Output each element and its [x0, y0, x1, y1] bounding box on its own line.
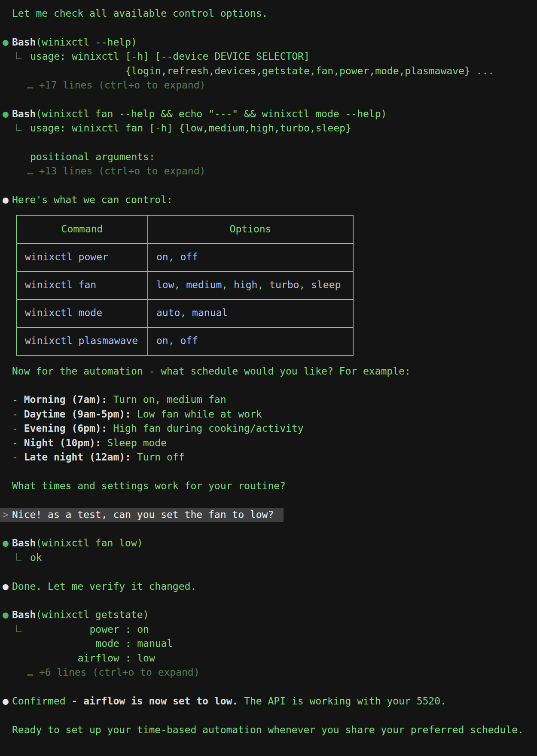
terminal-line: - Morning (7am): Turn on, medium fan: [0, 393, 537, 407]
tool-bullet-icon: ●: [3, 536, 12, 550]
terminal-line: usage: winixctl fan [-h] {low,medium,hig…: [0, 121, 537, 135]
blank-line: [0, 136, 537, 150]
output-elbow-icon: [16, 553, 21, 561]
terminal-line: {login,refresh,devices,getstate,fan,powe…: [0, 64, 537, 78]
assistant-bullet-icon: ●: [3, 694, 12, 708]
text-segment: ,: [174, 279, 186, 290]
terminal-line: … +6 lines (ctrl+o to expand): [0, 665, 537, 680]
text-segment: Here's what we can control:: [12, 194, 173, 205]
output-elbow-icon: [16, 625, 21, 632]
blank-line: [0, 21, 537, 35]
text-segment: (winixctl getstate): [36, 609, 149, 620]
command-cell: winixctl mode: [16, 299, 148, 327]
assistant-bullet-icon: ●: [3, 579, 12, 594]
text-segment: ,: [299, 279, 311, 290]
blank-line: [0, 594, 537, 608]
text-segment: -: [12, 408, 24, 420]
text-segment: Low fan while at work: [131, 408, 262, 420]
text-segment: ok: [30, 552, 42, 563]
text-segment: Late night (12am):: [24, 451, 131, 463]
text-segment: ,: [257, 279, 269, 290]
table-row: winixctl fanlow, medium, high, turbo, sl…: [16, 271, 353, 299]
blank-line: [0, 493, 537, 507]
text-segment: Bash: [12, 37, 36, 48]
table-header-cell: Command: [16, 215, 148, 244]
text-segment: What times and settings work for your ro…: [12, 480, 286, 491]
text-segment: on: [156, 251, 168, 262]
options-cell: on, off: [148, 327, 353, 355]
text-segment: usage: winixctl [-h] [--device DEVICE_SE…: [30, 51, 310, 62]
output-elbow-icon: [16, 124, 21, 131]
blank-line: [0, 565, 537, 579]
text-segment: high: [234, 279, 257, 290]
tool-bullet-icon: ●: [3, 35, 12, 49]
terminal-line: ●Bash(winixctl fan --help && echo "---" …: [0, 107, 537, 121]
terminal-line: What times and settings work for your ro…: [0, 479, 537, 493]
text-segment: ,: [168, 251, 180, 262]
text-segment: Evening (6pm):: [24, 423, 107, 434]
text-segment: Daytime (9am-5pm):: [24, 408, 131, 420]
text-segment: -: [12, 437, 24, 448]
command-cell: winixctl power: [16, 244, 148, 271]
table-row: winixctl plasmawaveon, off: [16, 327, 353, 355]
text-segment: … +17 lines (ctrl+o to expand): [27, 79, 205, 91]
text-segment: manual: [192, 307, 228, 318]
text-segment: Bash: [12, 609, 36, 620]
terminal-line: ●Here's what we can control:: [0, 193, 537, 207]
command-cell: winixctl plasmawave: [16, 327, 148, 355]
tool-bullet-icon: ●: [3, 107, 12, 121]
terminal-line: ok: [0, 551, 537, 565]
terminal-line: … +13 lines (ctrl+o to expand): [0, 164, 537, 178]
options-cell: low, medium, high, turbo, sleep: [148, 271, 353, 299]
terminal-line: - Daytime (9am-5pm): Low fan while at wo…: [0, 407, 537, 421]
text-segment: {login,refresh,devices,getstate,fan,powe…: [30, 65, 494, 76]
terminal-line: mode : manual: [0, 637, 537, 651]
table-row: winixctl modeauto, manual: [16, 299, 353, 327]
text-segment: power : on: [30, 624, 149, 635]
table-header-cell: Options: [148, 215, 353, 244]
text-segment: Now for the automation - what schedule w…: [12, 366, 411, 377]
user-message-text: Nice! as a test, can you set the fan to …: [12, 509, 274, 520]
blank-line: [0, 708, 537, 722]
text-segment: low: [156, 279, 174, 290]
terminal-line: ●Bash(winixctl fan low): [0, 536, 537, 550]
text-segment: Night (10pm):: [24, 437, 101, 448]
terminal-line: ●Bash(winixctl getstate): [0, 608, 537, 622]
terminal-line: Ready to set up your time-based automati…: [0, 723, 537, 737]
terminal-line: ●Confirmed - airflow is now set to low. …: [0, 694, 537, 708]
table-row: winixctl poweron, off: [16, 244, 353, 271]
text-segment: Bash: [12, 108, 36, 119]
text-segment: Ready to set up your time-based automati…: [12, 724, 524, 735]
text-segment: Morning (7am):: [24, 394, 107, 405]
text-segment: Turn on, medium fan: [107, 394, 226, 405]
terminal-line: usage: winixctl [-h] [--device DEVICE_SE…: [0, 49, 537, 64]
text-segment: airflow : low: [30, 652, 155, 664]
output-elbow-icon: [16, 52, 21, 59]
terminal-line: - Evening (6pm): High fan during cooking…: [0, 421, 537, 436]
terminal[interactable]: Let me check all available control optio…: [0, 0, 537, 737]
text-segment: Turn off: [131, 451, 185, 463]
text-segment: auto: [156, 307, 180, 318]
command-cell: winixctl fan: [16, 271, 148, 299]
text-segment: positional arguments:: [30, 151, 155, 162]
terminal-line: power : on: [0, 622, 537, 637]
terminal-line: … +17 lines (ctrl+o to expand): [0, 78, 537, 92]
terminal-line: Let me check all available control optio…: [0, 6, 537, 21]
text-segment: mode : manual: [30, 638, 173, 649]
text-segment: on: [156, 335, 168, 346]
text-segment: off: [180, 251, 198, 262]
terminal-line: ●Bash(winixctl --help): [0, 35, 537, 49]
text-segment: High fan during cooking/activity: [107, 423, 304, 434]
blank-line: [0, 522, 537, 536]
text-segment: usage: winixctl fan [-h] {low,medium,hig…: [30, 122, 351, 134]
text-segment: -: [12, 394, 24, 405]
text-segment: Sleep mode: [101, 437, 167, 448]
text-segment: ,: [222, 279, 234, 290]
text-segment: off: [180, 335, 198, 346]
text-segment: Bash: [12, 537, 36, 549]
text-segment: - airflow is now set to low.: [71, 695, 238, 707]
assistant-bullet-icon: ●: [3, 193, 12, 207]
terminal-line: - Late night (12am): Turn off: [0, 450, 537, 464]
text-segment: Done. Let me verify it changed.: [12, 581, 196, 592]
text-segment: … +13 lines (ctrl+o to expand): [27, 165, 205, 177]
